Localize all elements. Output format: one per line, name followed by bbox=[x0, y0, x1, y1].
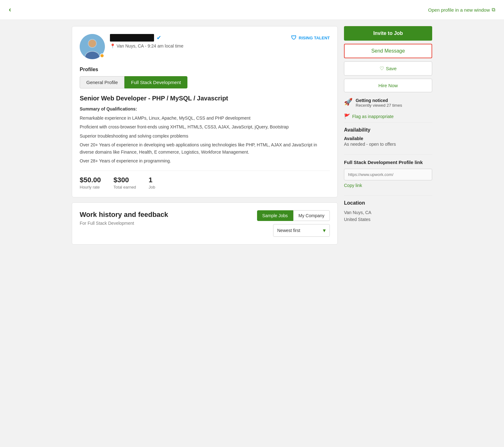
svg-point-3 bbox=[89, 40, 96, 47]
availability-section: Availability Available As needed - open … bbox=[344, 122, 432, 151]
work-history-title-block: Work history and feedback For Full Stack… bbox=[80, 210, 168, 226]
profile-link-input[interactable] bbox=[344, 169, 432, 180]
save-button[interactable]: ♡ Save bbox=[344, 61, 432, 76]
chevron-down-icon: ▾ bbox=[323, 227, 326, 234]
copy-link-button[interactable]: Copy link bbox=[344, 183, 432, 188]
flag-label: Flag as inappropriate bbox=[352, 114, 394, 119]
job-title: Senior Web Developer - PHP / MySQL / Jav… bbox=[80, 95, 330, 102]
location-text: Van Nuys, CA - 9:24 am local time bbox=[117, 43, 183, 48]
back-button[interactable]: ‹ bbox=[9, 6, 11, 14]
profile-info: ✔ 🛡 RISING TALENT 📍 Van Nuys, CA - 9:24 … bbox=[110, 34, 330, 48]
flag-inappropriate-link[interactable]: 🚩 Flag as inappropriate bbox=[344, 113, 432, 119]
tab-general-profile[interactable]: General Profile bbox=[80, 76, 124, 88]
open-profile-link[interactable]: Open profile in a new window ⧉ bbox=[428, 7, 495, 13]
profile-link-section-title: Full Stack Development Profile link bbox=[344, 159, 432, 166]
location-city: Van Nuys, CA bbox=[344, 209, 432, 216]
rising-talent-badge: 🛡 RISING TALENT bbox=[291, 35, 330, 41]
availability-label: Available bbox=[344, 136, 432, 141]
verified-icon: ✔ bbox=[157, 34, 161, 41]
tab-fullstack[interactable]: Full Stack Development bbox=[124, 76, 187, 88]
work-history-title: Work history and feedback bbox=[80, 210, 168, 219]
work-history-header: Work history and feedback For Full Stack… bbox=[80, 210, 330, 237]
top-bar: ‹ Open profile in a new window ⧉ bbox=[0, 0, 504, 20]
total-earned-label: Total earned bbox=[113, 185, 136, 190]
profile-card: ✔ 🛡 RISING TALENT 📍 Van Nuys, CA - 9:24 … bbox=[72, 26, 338, 197]
stats-row: $50.00 Hourly rate $300 Total earned 1 J… bbox=[80, 171, 330, 190]
work-history-subtitle: For Full Stack Development bbox=[80, 221, 168, 226]
work-history-card: Work history and feedback For Full Stack… bbox=[72, 202, 338, 245]
location-country: United States bbox=[344, 216, 432, 223]
hire-now-button[interactable]: Hire Now bbox=[344, 79, 432, 92]
location-section-title: Location bbox=[344, 200, 432, 206]
profiles-section: Profiles General Profile Full Stack Deve… bbox=[80, 67, 330, 88]
getting-noticed-text: Getting noticed Recently viewed 27 times bbox=[356, 98, 402, 108]
left-column: ✔ 🛡 RISING TALENT 📍 Van Nuys, CA - 9:24 … bbox=[72, 26, 338, 245]
profile-header: ✔ 🛡 RISING TALENT 📍 Van Nuys, CA - 9:24 … bbox=[80, 34, 330, 59]
stat-hourly-rate: $50.00 Hourly rate bbox=[80, 176, 101, 190]
jobs-value: 1 bbox=[149, 176, 155, 184]
avatar-wrapper bbox=[80, 34, 105, 59]
bio-line-1: Remarkable experience in LAMPs, Linux, A… bbox=[80, 115, 330, 122]
invite-to-job-button[interactable]: Invite to Job bbox=[344, 26, 432, 41]
hourly-rate-value: $50.00 bbox=[80, 176, 101, 184]
bio-line-2: Proficient with cross-browser front-ends… bbox=[80, 123, 330, 130]
profile-tabs: General Profile Full Stack Development bbox=[80, 76, 330, 88]
save-label: Save bbox=[386, 66, 397, 71]
send-message-button[interactable]: Send Message bbox=[344, 44, 432, 58]
getting-noticed-subtitle: Recently viewed 27 times bbox=[356, 103, 402, 108]
location-pin-icon: 📍 bbox=[110, 43, 115, 48]
work-history-controls: Sample Jobs My Company Newest first ▾ bbox=[257, 210, 330, 237]
getting-noticed-block: 🚀 Getting noticed Recently viewed 27 tim… bbox=[344, 95, 432, 110]
main-layout: ✔ 🛡 RISING TALENT 📍 Van Nuys, CA - 9:24 … bbox=[63, 20, 441, 251]
work-history-tabs: Sample Jobs My Company bbox=[257, 210, 330, 221]
rocket-icon: 🚀 bbox=[344, 98, 352, 106]
sort-dropdown[interactable]: Newest first ▾ bbox=[273, 224, 330, 237]
bio-section: Senior Web Developer - PHP / MySQL / Jav… bbox=[80, 95, 330, 164]
right-column: Invite to Job Send Message ♡ Save Hire N… bbox=[344, 26, 432, 245]
tab-sample-jobs[interactable]: Sample Jobs bbox=[257, 210, 293, 221]
qualifications-title: Summary of Qualifications: bbox=[80, 106, 330, 111]
bio-line-4: Over 20+ Years of experience in developi… bbox=[80, 141, 330, 156]
availability-value: As needed - open to offers bbox=[344, 142, 432, 147]
external-link-icon: ⧉ bbox=[492, 7, 495, 13]
stat-total-earned: $300 Total earned bbox=[113, 176, 136, 190]
shield-icon: 🛡 bbox=[291, 35, 297, 41]
availability-section-title: Availability bbox=[344, 127, 432, 133]
bio-line-5: Over 28+ Years of experience in programm… bbox=[80, 157, 330, 164]
name-row: ✔ 🛡 RISING TALENT bbox=[110, 34, 330, 42]
heart-icon: ♡ bbox=[380, 65, 384, 71]
flag-icon: 🚩 bbox=[344, 113, 350, 119]
total-earned-value: $300 bbox=[113, 176, 136, 184]
stat-jobs: 1 Job bbox=[149, 176, 155, 190]
open-profile-label: Open profile in a new window bbox=[428, 7, 490, 13]
location-row: 📍 Van Nuys, CA - 9:24 am local time bbox=[110, 43, 330, 48]
rising-talent-label: RISING TALENT bbox=[299, 36, 330, 40]
bio-lines: Remarkable experience in LAMPs, Linux, A… bbox=[80, 115, 330, 164]
profile-link-section: Full Stack Development Profile link Copy… bbox=[344, 154, 432, 192]
location-section: Location Van Nuys, CA United States bbox=[344, 195, 432, 228]
getting-noticed-title: Getting noticed bbox=[356, 98, 402, 103]
profiles-label: Profiles bbox=[80, 67, 330, 72]
bio-line-3: Superior troubleshooting and solving com… bbox=[80, 133, 330, 139]
tab-my-company[interactable]: My Company bbox=[293, 210, 330, 221]
hourly-rate-label: Hourly rate bbox=[80, 185, 101, 190]
sort-label: Newest first bbox=[277, 228, 300, 233]
online-status-dot bbox=[100, 54, 104, 58]
jobs-label: Job bbox=[149, 185, 155, 190]
name-redacted bbox=[110, 34, 154, 42]
